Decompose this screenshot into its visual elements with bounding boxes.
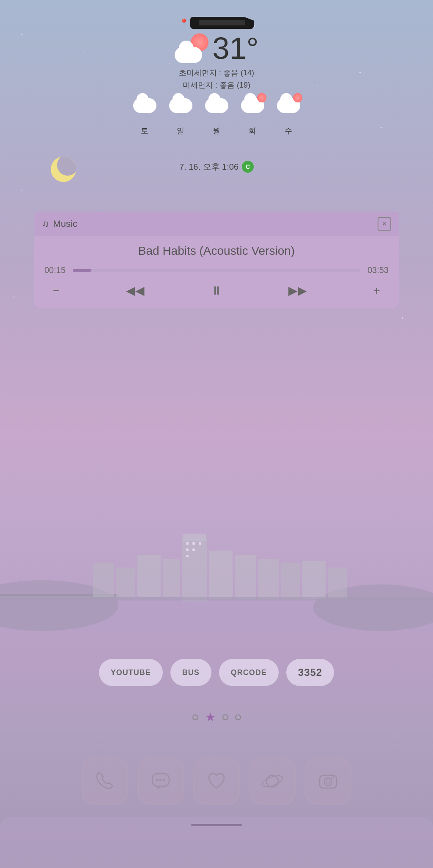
progress-fill xyxy=(73,269,91,272)
forecast-icon-sun: ··· xyxy=(169,98,192,113)
dock-icon-camera[interactable] xyxy=(305,758,351,805)
svg-point-25 xyxy=(156,779,159,781)
svg-point-26 xyxy=(159,779,162,781)
temperature-row: 31° xyxy=(175,33,259,63)
svg-rect-10 xyxy=(163,559,180,597)
page-dots: ★ xyxy=(0,710,433,724)
bottom-bar xyxy=(0,817,433,868)
svg-rect-16 xyxy=(328,568,347,599)
rewind-button[interactable]: ◀◀ xyxy=(126,284,145,298)
chat-icon xyxy=(149,769,173,793)
bus-shortcut[interactable]: BUS xyxy=(170,659,211,686)
page-dot-star: ★ xyxy=(205,710,216,724)
planet-icon xyxy=(260,769,284,793)
svg-point-31 xyxy=(324,778,332,785)
forecast-sun: ··· 일 xyxy=(169,98,192,136)
forecast-day-wed: 수 xyxy=(285,126,292,136)
svg-rect-23 xyxy=(0,597,433,601)
music-controls: − ◀◀ ⏸ ▶▶ + xyxy=(44,284,389,298)
forecast-sat: ··· 토 xyxy=(133,98,156,136)
qrcode-shortcut[interactable]: QRCODE xyxy=(219,659,279,686)
svg-rect-12 xyxy=(235,555,256,599)
temperature-display: 31° xyxy=(213,33,259,63)
svg-point-33 xyxy=(332,777,334,779)
dock xyxy=(0,758,433,805)
clock-app-icon[interactable]: C xyxy=(242,161,254,173)
total-time: 03:53 xyxy=(365,265,389,275)
svg-rect-14 xyxy=(281,563,300,599)
music-note-icon: ♫ xyxy=(42,218,49,229)
forecast-icon-mon xyxy=(205,98,228,113)
fine-dust: 초미세먼지 : 좋음 (14) xyxy=(179,67,254,79)
svg-rect-8 xyxy=(116,568,135,597)
dock-icon-phone[interactable] xyxy=(82,758,128,805)
page-dot-4 xyxy=(235,714,241,720)
weather-section: 📍 31° 초미세먼지 : 좋음 (14) 미세먼지 : 좋음 (19) xyxy=(0,17,433,136)
page-dot-1 xyxy=(192,714,198,720)
music-header: ♫ Music × xyxy=(34,212,399,236)
volume-up-button[interactable]: + xyxy=(373,284,380,298)
dock-icon-health[interactable] xyxy=(193,758,240,805)
svg-rect-18 xyxy=(192,542,195,545)
music-title-bar: ♫ Music xyxy=(42,218,77,229)
camera-icon xyxy=(316,769,340,793)
svg-rect-7 xyxy=(93,563,114,597)
location-tag: 📍 xyxy=(179,17,254,29)
pause-button[interactable]: ⏸ xyxy=(211,284,222,298)
forecast-icon-wed xyxy=(277,98,300,113)
svg-rect-15 xyxy=(302,561,326,599)
song-title: Bad Habits (Acoustic Version) xyxy=(44,244,389,258)
music-body: Bad Habits (Acoustic Version) 00:15 03:5… xyxy=(34,236,399,308)
svg-rect-17 xyxy=(186,542,189,545)
number-shortcut[interactable]: 3352 xyxy=(286,659,334,686)
svg-rect-11 xyxy=(209,551,233,599)
air-quality: 초미세먼지 : 좋음 (14) 미세먼지 : 좋음 (19) xyxy=(179,67,254,91)
svg-rect-9 xyxy=(137,555,161,597)
svg-rect-6 xyxy=(183,534,206,541)
forecast-tue: 화 xyxy=(241,98,264,136)
svg-rect-20 xyxy=(186,548,189,551)
home-indicator xyxy=(191,824,242,826)
svg-point-27 xyxy=(163,779,165,781)
datetime-text: 7. 16. 오후 1:06 xyxy=(179,161,238,173)
micro-dust: 미세먼지 : 좋음 (19) xyxy=(179,79,254,91)
progress-bar[interactable] xyxy=(73,269,360,272)
music-player: ♫ Music × Bad Habits (Acoustic Version) … xyxy=(34,212,399,308)
forward-button[interactable]: ▶▶ xyxy=(288,284,307,298)
forecast-mon: 월 xyxy=(205,98,228,136)
progress-row: 00:15 03:53 xyxy=(44,265,389,275)
forecast-day-mon: 월 xyxy=(213,126,220,136)
forecast-row: ··· 토 ··· 일 월 xyxy=(133,98,300,136)
screen: 📍 31° 초미세먼지 : 좋음 (14) 미세먼지 : 좋음 (19) xyxy=(0,0,433,868)
datetime-display: 7. 16. 오후 1:06 C xyxy=(0,161,433,173)
heart-icon xyxy=(205,769,228,793)
forecast-icon-sat: ··· xyxy=(133,98,156,113)
forecast-day-tue: 화 xyxy=(249,126,256,136)
weather-icon-main xyxy=(175,33,208,63)
city-skyline xyxy=(0,513,433,631)
music-close-button[interactable]: × xyxy=(378,217,391,231)
forecast-day-sat: 토 xyxy=(141,126,148,136)
music-header-label: Music xyxy=(53,218,77,229)
forecast-icon-tue xyxy=(241,98,264,113)
svg-rect-13 xyxy=(258,559,279,599)
dock-icon-planet[interactable] xyxy=(249,758,296,805)
volume-down-button[interactable]: − xyxy=(53,284,60,298)
svg-rect-5 xyxy=(182,538,207,601)
shortcuts-row: YOUTUBE BUS QRCODE 3352 xyxy=(0,659,433,686)
current-time: 00:15 xyxy=(44,265,68,275)
forecast-day-sun: 일 xyxy=(177,126,184,136)
dock-icon-chat[interactable] xyxy=(137,758,184,805)
forecast-wed: 수 xyxy=(277,98,300,136)
svg-rect-21 xyxy=(192,548,195,551)
svg-rect-22 xyxy=(186,555,189,557)
svg-point-32 xyxy=(326,780,330,783)
svg-rect-19 xyxy=(199,542,201,545)
phone-icon xyxy=(93,769,117,793)
page-dot-3 xyxy=(222,714,228,720)
youtube-shortcut[interactable]: YOUTUBE xyxy=(99,659,163,686)
